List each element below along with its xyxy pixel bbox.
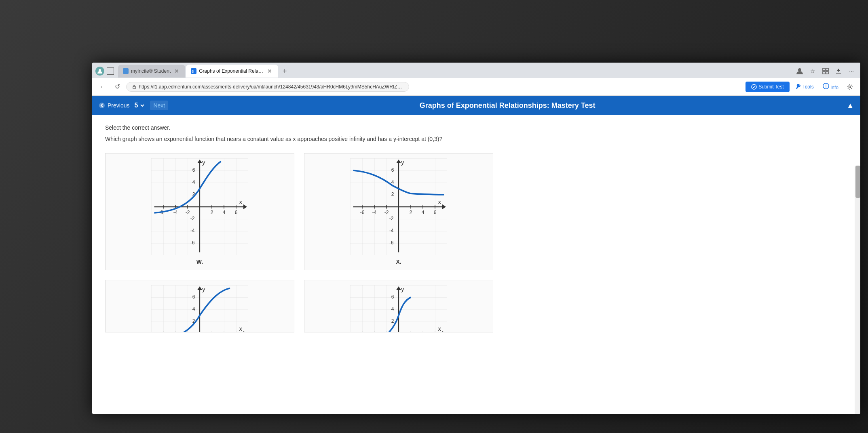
svg-text:2: 2 — [211, 210, 213, 215]
graph-option-Y[interactable]: y x -6 -4 -2 2 4 6 6 4 2 — [105, 280, 294, 332]
svg-text:x: x — [239, 198, 243, 205]
svg-text:-4: -4 — [389, 228, 394, 233]
svg-text:-4: -4 — [190, 228, 195, 233]
svg-text:2: 2 — [410, 210, 412, 215]
content-area: Select the correct answer. Which graph s… — [92, 115, 860, 414]
browser-settings-btn[interactable] — [844, 81, 855, 92]
svg-text:6: 6 — [192, 294, 195, 300]
svg-rect-7 — [836, 73, 841, 74]
back-button[interactable]: ← — [97, 81, 108, 92]
address-bar: ← ↺ https://f1.app.edmentum.com/assessme… — [92, 78, 860, 96]
svg-text:6: 6 — [235, 210, 238, 215]
tab-myincite-close[interactable]: ✕ — [173, 67, 180, 75]
browser-actions: Submit Test Tools i Info — [746, 80, 855, 93]
svg-text:y: y — [202, 286, 205, 292]
submit-checkmark-icon — [751, 84, 757, 90]
refresh-button[interactable]: ↺ — [112, 81, 123, 92]
svg-text:4: 4 — [422, 210, 424, 215]
svg-text:x: x — [239, 325, 243, 332]
info-button[interactable]: i Info — [819, 80, 842, 93]
tab-myincite-label: myIncite® Student — [131, 68, 171, 74]
submit-test-button[interactable]: Submit Test — [746, 82, 789, 92]
svg-text:2: 2 — [391, 191, 394, 197]
question-number: 5 — [134, 102, 145, 109]
graph-Y-svg: y x -6 -4 -2 2 4 6 6 4 2 — [151, 285, 248, 332]
svg-text:-4: -4 — [173, 210, 178, 215]
graph-option-W[interactable]: y x -6 -4 -2 2 4 6 6 — [105, 153, 294, 270]
svg-text:6: 6 — [192, 167, 195, 173]
tab-graphs[interactable]: e Graphs of Exponential Relationshi... ✕ — [186, 65, 278, 78]
svg-text:-6: -6 — [360, 210, 365, 215]
new-tab-button[interactable]: + — [279, 65, 290, 77]
svg-text:4: 4 — [192, 179, 195, 185]
svg-text:-2: -2 — [190, 216, 195, 221]
svg-rect-3 — [823, 68, 825, 71]
svg-text:-2: -2 — [186, 210, 190, 215]
graph-X-label: X. — [309, 259, 488, 265]
tab-myincite[interactable]: myIncite® Student ✕ — [118, 65, 185, 78]
question-text: Which graph shows an exponential functio… — [105, 135, 847, 143]
graph-Z-svg: y x -6 -4 -2 2 4 6 6 4 2 — [350, 285, 447, 332]
tab-bar: myIncite® Student ✕ e Graphs of Exponent… — [92, 63, 860, 78]
lock-icon — [132, 84, 136, 89]
svg-text:i: i — [826, 84, 826, 88]
svg-text:-6: -6 — [389, 240, 394, 246]
svg-text:x: x — [438, 198, 441, 205]
svg-rect-4 — [826, 68, 828, 71]
app-toolbar: Previous 5 Next Graphs of Exponential Re… — [92, 96, 860, 115]
svg-text:x: x — [438, 325, 441, 332]
graph-X-svg: y x -6 -4 -2 2 4 6 4 6 — [350, 158, 447, 255]
svg-rect-5 — [823, 71, 825, 74]
info-icon: i — [823, 83, 829, 89]
svg-text:4: 4 — [192, 306, 195, 312]
graph-W-svg: y x -6 -4 -2 2 4 6 6 — [151, 158, 248, 255]
svg-text:-4: -4 — [372, 210, 377, 215]
scroll-up-button[interactable]: ▲ — [847, 101, 854, 110]
page-title: Graphs of Exponential Relationships: Mas… — [173, 101, 842, 110]
svg-point-13 — [99, 103, 105, 108]
svg-text:6: 6 — [391, 294, 394, 300]
tab-graphs-close[interactable]: ✕ — [266, 67, 273, 75]
svg-text:6: 6 — [434, 210, 437, 215]
scrollbar-thumb[interactable] — [855, 166, 860, 198]
svg-text:-2: -2 — [384, 210, 389, 215]
svg-text:y: y — [401, 159, 404, 166]
question-instruction: Select the correct answer. — [105, 124, 847, 131]
svg-text:2: 2 — [391, 318, 394, 324]
svg-point-12 — [849, 86, 851, 88]
svg-text:-2: -2 — [389, 216, 394, 221]
wrench-icon — [795, 84, 801, 90]
browser-ext-btn[interactable] — [833, 65, 844, 77]
svg-text:e: e — [192, 69, 194, 74]
browser-collections-btn[interactable] — [820, 65, 831, 77]
svg-text:4: 4 — [223, 210, 226, 215]
url-text: https://f1.app.edmentum.com/assessments-… — [139, 84, 403, 90]
window-icon[interactable] — [107, 67, 114, 75]
tools-button[interactable]: Tools — [792, 82, 817, 92]
browser-profile-btn[interactable] — [794, 65, 805, 77]
svg-point-2 — [798, 68, 801, 71]
tab-graphs-favicon: e — [191, 68, 196, 74]
tab-myincite-favicon — [123, 68, 129, 74]
svg-text:y: y — [401, 286, 404, 292]
svg-text:y: y — [202, 159, 205, 166]
graph-W-label: W. — [110, 259, 289, 265]
previous-icon — [99, 102, 105, 109]
next-button[interactable]: Next — [150, 101, 168, 110]
graph-option-Z[interactable]: y x -6 -4 -2 2 4 6 6 4 2 — [304, 280, 493, 332]
tab-graphs-label: Graphs of Exponential Relationshi... — [199, 68, 264, 74]
browser-star-btn[interactable]: ☆ — [807, 65, 818, 77]
svg-rect-6 — [826, 71, 828, 74]
scrollbar-track — [855, 166, 860, 414]
browser-window: myIncite® Student ✕ e Graphs of Exponent… — [92, 63, 860, 414]
svg-rect-8 — [133, 86, 136, 88]
graph-option-X[interactable]: y x -6 -4 -2 2 4 6 4 6 — [304, 153, 493, 270]
url-bar[interactable]: https://f1.app.edmentum.com/assessments-… — [126, 82, 409, 92]
svg-text:6: 6 — [391, 167, 394, 173]
svg-text:-6: -6 — [190, 240, 195, 246]
browser-chrome: myIncite® Student ✕ e Graphs of Exponent… — [92, 63, 860, 96]
browser-menu-btn[interactable]: ··· — [846, 65, 857, 77]
svg-text:4: 4 — [391, 306, 394, 312]
previous-button[interactable]: Previous — [99, 102, 129, 109]
profile-icon[interactable] — [95, 67, 104, 76]
